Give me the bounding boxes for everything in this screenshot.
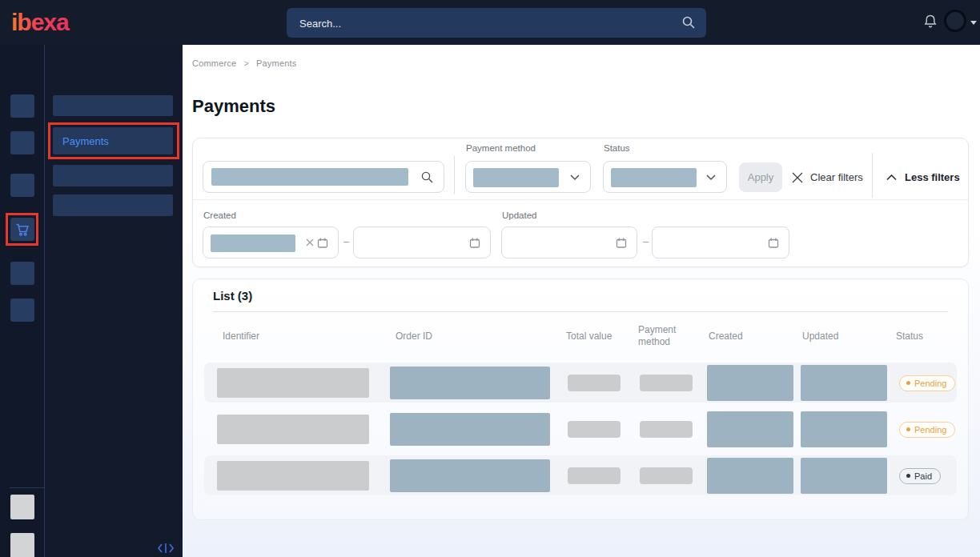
menu-item-payments[interactable]: Payments: [53, 127, 173, 154]
created-to-input[interactable]: [353, 226, 491, 258]
table-body: Pending Pe: [204, 363, 957, 502]
page-title: Payments: [192, 96, 275, 117]
sidebar-icon-placeholder-4[interactable]: [10, 262, 34, 285]
order-id-placeholder: [390, 367, 550, 399]
less-filters-label: Less filters: [905, 171, 960, 183]
search-input[interactable]: [298, 8, 669, 39]
menu-item-placeholder-2[interactable]: [53, 165, 173, 186]
sidebar-bottom-placeholder-2[interactable]: [10, 533, 34, 557]
payment-method-select[interactable]: [465, 161, 591, 193]
filter-divider: [872, 153, 873, 198]
table-row[interactable]: Pending: [204, 409, 957, 449]
cart-icon: [14, 221, 31, 238]
menu-item-placeholder-3[interactable]: [53, 194, 173, 216]
sidebar-icon-placeholder-5[interactable]: [10, 299, 34, 322]
breadcrumb: Commerce > Payments: [192, 58, 296, 68]
status-label: Status: [604, 143, 630, 153]
payment-method-label: Payment method: [466, 143, 536, 153]
payment-method-placeholder: [640, 467, 693, 484]
ibexa-logo[interactable]: ibexa: [11, 8, 91, 37]
updated-label: Updated: [502, 210, 536, 220]
status-select[interactable]: [603, 161, 727, 193]
user-avatar[interactable]: [944, 10, 966, 32]
breadcrumb-payments[interactable]: Payments: [256, 58, 297, 68]
table-row[interactable]: Paid: [204, 455, 957, 495]
sidebar-icon-placeholder-1[interactable]: [10, 94, 34, 118]
status-badge-label: Pending: [914, 379, 946, 388]
status-value-placeholder: [611, 168, 697, 187]
list-title: List (3): [213, 289, 252, 303]
identifier-placeholder: [217, 461, 369, 491]
identifier-placeholder: [217, 415, 369, 444]
clear-filters-button[interactable]: Clear filters: [792, 162, 863, 192]
filter-search-input[interactable]: [203, 161, 444, 193]
updated-placeholder: [801, 411, 887, 447]
less-filters-toggle[interactable]: Less filters: [886, 162, 960, 192]
sidebar-icon-placeholder-3[interactable]: [10, 174, 34, 197]
total-value-placeholder: [568, 467, 621, 484]
created-placeholder: [707, 458, 793, 494]
payment-method-placeholder: [640, 421, 693, 438]
sidebar-icon-placeholder-2[interactable]: [10, 131, 34, 154]
breadcrumb-commerce[interactable]: Commerce: [192, 58, 236, 68]
apply-button[interactable]: Apply: [739, 162, 782, 192]
column-header-order-id: Order ID: [377, 331, 550, 343]
calendar-icon[interactable]: [615, 236, 628, 250]
status-dot-icon: [906, 381, 910, 385]
chevron-down-icon: [570, 174, 580, 181]
status-badge: Pending: [899, 422, 955, 438]
range-separator: –: [643, 235, 649, 247]
search-icon[interactable]: [681, 15, 696, 30]
column-header-identifier: Identifier: [204, 331, 377, 343]
clear-filters-label: Clear filters: [810, 171, 863, 183]
chevron-up-icon: [886, 174, 897, 181]
icon-sidebar: [0, 45, 44, 557]
filter-row-divider: [193, 199, 968, 200]
updated-from-input[interactable]: [501, 226, 637, 258]
total-value-placeholder: [568, 375, 621, 391]
menu-item-placeholder-1[interactable]: [53, 95, 173, 116]
sidebar-item-commerce[interactable]: [10, 218, 34, 241]
status-badge-label: Paid: [914, 471, 932, 481]
order-id-placeholder: [390, 413, 550, 446]
avatar-caret-icon[interactable]: [970, 21, 977, 25]
column-header-updated: Updated: [786, 331, 880, 343]
payment-method-placeholder: [640, 375, 693, 391]
payment-method-value-placeholder: [473, 168, 559, 187]
global-search[interactable]: [287, 8, 706, 38]
updated-placeholder: [801, 365, 887, 401]
order-id-placeholder: [390, 459, 550, 492]
chevron-down-icon: [706, 174, 716, 181]
calendar-icon[interactable]: [316, 236, 329, 250]
logo-text: ibexa: [11, 9, 70, 35]
calendar-icon[interactable]: [767, 236, 780, 250]
calendar-icon[interactable]: [468, 236, 481, 250]
app-window: ibexa: [0, 0, 980, 557]
list-divider: [213, 311, 948, 312]
status-badge: Paid: [899, 468, 941, 484]
created-label: Created: [203, 210, 236, 220]
table-row[interactable]: Pending: [204, 363, 957, 403]
menu-item-payments-label: Payments: [53, 135, 109, 147]
list-panel: List (3) Identifier Order ID Total value…: [192, 278, 969, 520]
filter-panel: Payment method Status: [192, 138, 969, 267]
column-header-total-value: Total value: [550, 331, 622, 343]
column-header-created: Created: [693, 331, 786, 343]
table-header: Identifier Order ID Total value Payment …: [204, 319, 957, 353]
status-badge: Pending: [899, 375, 955, 391]
created-from-input[interactable]: [203, 226, 339, 258]
collapse-icon: [157, 543, 175, 554]
search-icon[interactable]: [420, 170, 434, 184]
top-bar: ibexa: [0, 0, 980, 45]
status-badge-label: Pending: [914, 425, 946, 435]
total-value-placeholder: [568, 421, 621, 438]
sidebar-collapse-toggle[interactable]: [157, 543, 175, 554]
sidebar-bottom-placeholder-1[interactable]: [10, 495, 34, 519]
updated-to-input[interactable]: [652, 226, 789, 258]
app-body: Payments Commerce > Payments Payments: [0, 45, 980, 557]
close-icon: [792, 172, 803, 183]
main-content: Commerce > Payments Payments Payment met…: [183, 45, 980, 557]
clear-date-icon[interactable]: [306, 238, 314, 246]
filter-divider: [454, 156, 455, 194]
notification-bell-icon[interactable]: [922, 14, 938, 30]
